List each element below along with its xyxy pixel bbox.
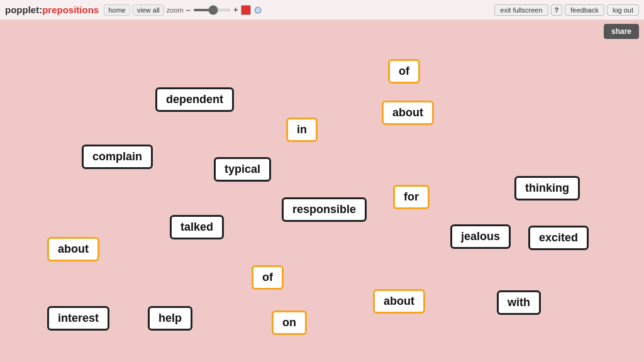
word-card-help[interactable]: help (148, 306, 192, 331)
zoom-control: zoom – + (167, 5, 238, 14)
feedback-button[interactable]: feedback (565, 4, 604, 16)
zoom-slider[interactable] (193, 9, 231, 11)
top-right-controls: exit fullscreen ? feedback log out (494, 0, 644, 20)
word-card-of-top[interactable]: of (388, 59, 420, 84)
view-all-button[interactable]: view all (133, 4, 164, 16)
log-out-button[interactable]: log out (607, 4, 639, 16)
app-title: popplet:prepositions (5, 4, 99, 15)
word-card-about-top[interactable]: about (382, 101, 434, 125)
word-card-jealous[interactable]: jealous (450, 224, 511, 249)
title-accent: prepositions (42, 4, 99, 15)
word-card-with[interactable]: with (497, 290, 541, 315)
word-card-complain[interactable]: complain (82, 145, 153, 169)
word-card-of-mid[interactable]: of (252, 265, 284, 290)
word-card-interest[interactable]: interest (47, 306, 109, 331)
word-card-in[interactable]: in (286, 118, 318, 142)
help-button[interactable]: ? (551, 4, 563, 16)
canvas-area: dependentinofaboutcomplaintypicalforthin… (0, 20, 644, 362)
toolbar: home view all zoom – + ⚙ (104, 4, 264, 16)
word-card-about-mid[interactable]: about (373, 289, 425, 314)
word-card-excited[interactable]: excited (528, 226, 589, 250)
word-card-typical[interactable]: typical (214, 157, 271, 182)
home-button[interactable]: home (104, 4, 130, 16)
zoom-minus-button[interactable]: – (186, 5, 191, 14)
word-card-responsible[interactable]: responsible (282, 197, 367, 222)
gear-icon[interactable]: ⚙ (253, 4, 265, 16)
word-card-thinking[interactable]: thinking (514, 176, 580, 200)
word-card-for[interactable]: for (393, 185, 430, 209)
word-card-on[interactable]: on (272, 310, 307, 335)
title-main: popplet: (5, 4, 42, 15)
zoom-plus-button[interactable]: + (233, 5, 238, 14)
zoom-label: zoom (167, 6, 184, 14)
exit-fullscreen-button[interactable]: exit fullscreen (494, 4, 548, 16)
word-card-about-left[interactable]: about (47, 237, 99, 261)
color-swatch[interactable] (241, 5, 251, 15)
word-card-talked[interactable]: talked (170, 215, 224, 239)
word-card-dependent[interactable]: dependent (155, 87, 234, 112)
share-button[interactable]: share (604, 24, 639, 39)
